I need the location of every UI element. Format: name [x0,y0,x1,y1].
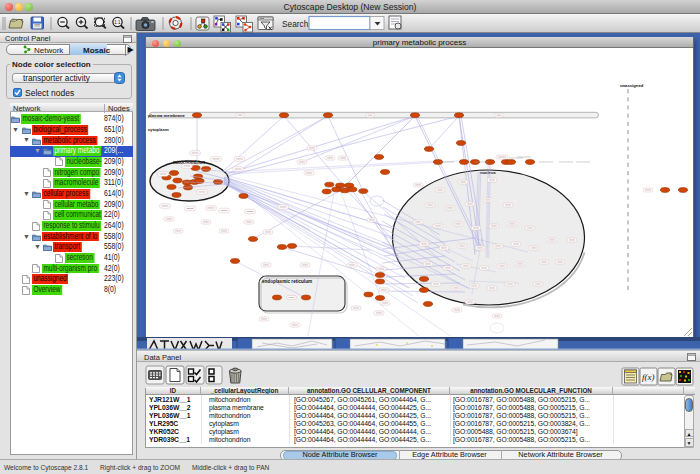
svg-text:unassigned: unassigned [620,83,644,88]
svg-text:1:1: 1:1 [114,20,121,25]
svg-text:f(x): f(x) [642,372,655,382]
svg-text:endoplasmic reticulum: endoplasmic reticulum [262,279,312,284]
svg-text:Search:: Search: [282,19,311,29]
svg-text:plasma membrane: plasma membrane [148,113,185,118]
svg-text:cytoplasm: cytoplasm [148,127,169,132]
svg-text:nucleus: nucleus [480,170,496,175]
